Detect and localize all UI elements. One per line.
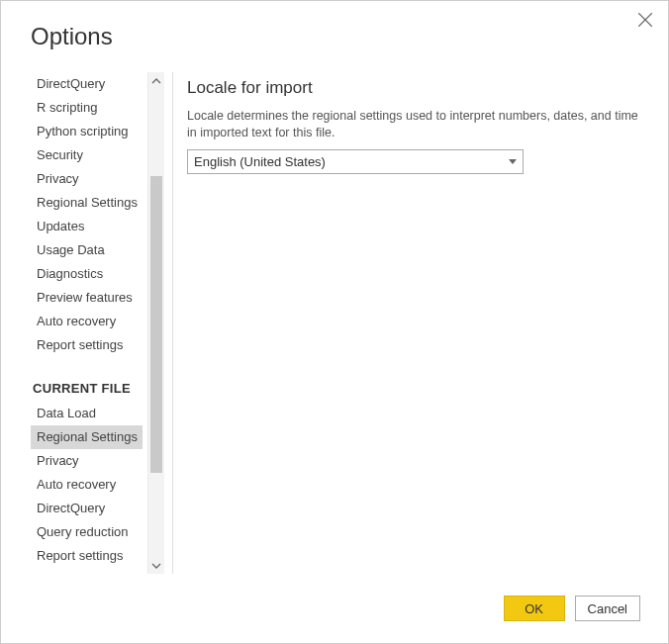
- sidebar-item-regional-settings-global[interactable]: Regional Settings: [31, 191, 143, 215]
- sidebar-item-security[interactable]: Security: [31, 143, 143, 167]
- scroll-down-icon[interactable]: [148, 557, 164, 574]
- sidebar-item-privacy[interactable]: Privacy: [31, 167, 143, 191]
- ok-button[interactable]: OK: [504, 596, 565, 621]
- sidebar-list: DirectQuery R scripting Python scripting…: [31, 72, 143, 574]
- cancel-button[interactable]: Cancel: [575, 596, 640, 621]
- sidebar-item-query-reduction[interactable]: Query reduction: [31, 520, 143, 544]
- sidebar-item-updates[interactable]: Updates: [31, 215, 143, 238]
- dialog-button-bar: OK Cancel: [504, 596, 640, 621]
- sidebar-item-r-scripting[interactable]: R scripting: [31, 96, 143, 120]
- sidebar-item-diagnostics[interactable]: Diagnostics: [31, 262, 143, 286]
- section-description: Locale determines the regional settings …: [187, 108, 638, 141]
- sidebar: DirectQuery R scripting Python scripting…: [31, 72, 164, 574]
- sidebar-item-preview-features[interactable]: Preview features: [31, 286, 143, 310]
- sidebar-item-usage-data[interactable]: Usage Data: [31, 238, 143, 262]
- dialog-body: DirectQuery R scripting Python scripting…: [31, 72, 638, 574]
- sidebar-item-directquery[interactable]: DirectQuery: [31, 72, 143, 96]
- scroll-thumb[interactable]: [150, 176, 162, 473]
- vertical-separator: [172, 72, 173, 574]
- section-title: Locale for import: [187, 78, 638, 98]
- close-button[interactable]: [636, 11, 654, 29]
- sidebar-item-directquery-file[interactable]: DirectQuery: [31, 497, 143, 520]
- sidebar-item-report-settings-global[interactable]: Report settings: [31, 333, 143, 357]
- sidebar-item-data-load[interactable]: Data Load: [31, 402, 143, 425]
- sidebar-item-python-scripting[interactable]: Python scripting: [31, 120, 143, 143]
- content-pane: Locale for import Locale determines the …: [187, 72, 638, 574]
- sidebar-item-auto-recovery-global[interactable]: Auto recovery: [31, 310, 143, 333]
- chevron-down-icon: [509, 159, 517, 165]
- sidebar-scrollbar[interactable]: [147, 72, 164, 574]
- sidebar-section-header: CURRENT FILE: [31, 357, 143, 402]
- sidebar-item-regional-settings-file[interactable]: Regional Settings: [31, 425, 143, 449]
- dialog-title: Options: [31, 23, 113, 50]
- locale-dropdown[interactable]: English (United States): [187, 149, 524, 174]
- sidebar-item-report-settings-file[interactable]: Report settings: [31, 544, 143, 568]
- scroll-up-icon[interactable]: [148, 72, 164, 89]
- locale-dropdown-value: English (United States): [194, 154, 326, 169]
- sidebar-item-auto-recovery-file[interactable]: Auto recovery: [31, 473, 143, 497]
- sidebar-item-privacy-file[interactable]: Privacy: [31, 449, 143, 473]
